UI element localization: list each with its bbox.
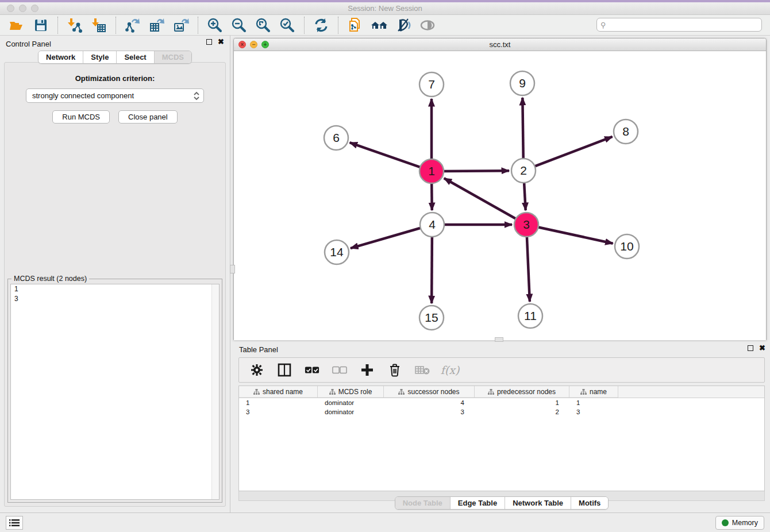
delete-table-icon[interactable] [415,363,430,377]
edge-4-14[interactable] [351,228,422,248]
node-11[interactable]: 11 [518,304,542,328]
open-file-icon[interactable] [8,17,25,34]
float-panel-icon[interactable] [206,39,212,45]
node-4[interactable]: 4 [420,213,444,237]
split-divider-handle-vertical[interactable] [230,265,235,273]
main-titlebar[interactable]: Session: New Session [0,2,770,15]
edge-3-10[interactable] [537,227,613,244]
home-network-icon[interactable] [371,17,388,34]
tab-motifs[interactable]: Motifs [571,497,608,509]
menu-list-button[interactable] [6,516,23,530]
close-panel-button[interactable]: Close panel [118,110,178,124]
select-all-checkboxes-icon[interactable] [305,363,319,377]
edge-4-15[interactable] [432,236,432,303]
export-table-icon[interactable] [148,17,165,34]
copy-network-icon[interactable] [346,17,364,34]
zoom-in-icon[interactable] [206,17,224,34]
search-input[interactable] [606,19,761,30]
edge-1-4[interactable] [432,182,432,210]
edge-2-3[interactable] [524,182,526,210]
tab-network-table[interactable]: Network Table [505,497,571,509]
split-divider-handle-horizontal[interactable] [495,337,503,342]
node-10[interactable]: 10 [615,234,639,259]
add-column-icon[interactable] [360,363,375,377]
column-header-name[interactable]: name [569,386,618,398]
node-2[interactable]: 2 [511,159,536,183]
memory-status-icon [722,519,729,526]
import-network-icon[interactable] [66,17,83,34]
table-header-row[interactable]: shared nameMCDS rolesuccessor nodesprede… [239,386,764,398]
network-window-titlebar[interactable]: × – + scc.txt [234,38,766,51]
window-title: Session: New Session [0,4,770,13]
table-cell[interactable]: 3 [239,408,318,415]
svg-text:11: 11 [524,309,537,322]
save-icon[interactable] [32,17,49,34]
edge-1-6[interactable] [350,142,421,167]
zoom-selected-icon[interactable] [279,17,296,34]
deselect-all-checkboxes-icon[interactable] [332,363,347,377]
graphics-details-icon[interactable] [395,17,412,34]
close-table-panel-icon[interactable]: ✖ [759,345,765,351]
svg-text:10: 10 [620,240,633,253]
tab-edge-table[interactable]: Edge Table [450,497,505,509]
table-cell[interactable]: 3 [569,408,618,415]
float-table-panel-icon[interactable] [748,345,753,351]
column-header-successor-nodes[interactable]: successor nodes [384,386,475,398]
table-cell[interactable]: dominator [318,408,384,415]
column-header-MCDS-role[interactable]: MCDS role [318,386,384,398]
table-cell[interactable]: 3 [384,408,475,415]
node-9[interactable]: 9 [510,71,534,95]
refresh-icon[interactable] [313,17,330,34]
node-6[interactable]: 6 [324,126,348,150]
control-panel: Control Panel ✖ NetworkStyleSelectMCDS O… [0,36,230,512]
column-header-predecessor-nodes[interactable]: predecessor nodes [475,386,569,398]
table-cell[interactable]: 2 [475,408,569,415]
node-14[interactable]: 14 [325,240,349,264]
run-mcds-button[interactable]: Run MCDS [52,110,110,124]
delete-column-icon[interactable] [387,363,402,377]
function-icon[interactable]: f(x) [442,363,457,377]
memory-button[interactable]: Memory [715,516,764,530]
node-15[interactable]: 15 [419,306,444,330]
table-cell[interactable]: 4 [384,399,475,406]
table-row[interactable]: 3dominator323 [239,407,764,417]
tab-mcds[interactable]: MCDS [154,51,191,63]
table-cell[interactable]: dominator [318,399,384,406]
import-table-icon[interactable] [90,17,107,34]
tab-node-table[interactable]: Node Table [395,497,450,509]
node-7[interactable]: 7 [419,72,444,97]
edge-3-11[interactable] [527,236,530,302]
table-cell[interactable]: 1 [475,399,569,406]
svg-text:3: 3 [523,218,530,231]
node-1[interactable]: 1 [419,159,444,183]
table-cell[interactable]: 1 [239,399,318,406]
tab-style[interactable]: Style [83,51,116,63]
column-header-shared-name[interactable]: shared name [239,386,318,398]
edge-2-8[interactable] [534,137,613,167]
settings-gear-icon[interactable] [249,363,264,377]
edge-1-2[interactable] [442,171,509,171]
node-8[interactable]: 8 [614,119,638,144]
search-field[interactable]: ⚲ [596,18,762,32]
tab-network[interactable]: Network [38,51,83,63]
node-3[interactable]: 3 [514,213,538,237]
node-table[interactable]: shared nameMCDS rolesuccessor nodesprede… [238,385,765,491]
zoom-fit-icon[interactable] [255,17,272,34]
export-network-icon[interactable] [124,17,141,34]
memory-label: Memory [732,519,758,527]
mcds-result-text[interactable]: 13 [10,284,220,500]
tab-select[interactable]: Select [116,51,153,63]
close-panel-icon[interactable]: ✖ [218,39,224,45]
optimization-criterion-select[interactable]: strongly connected component [26,88,204,103]
edge-2-9[interactable] [522,98,523,160]
zoom-out-icon[interactable] [230,17,248,34]
export-image-icon[interactable] [172,17,190,34]
network-canvas[interactable]: 7968124314101511 [234,51,766,340]
columns-icon[interactable] [277,363,292,377]
svg-text:15: 15 [425,311,438,324]
result-scrollbar[interactable] [211,284,219,499]
table-row[interactable]: 1dominator411 [239,398,764,407]
edge-3-1[interactable] [444,178,517,219]
table-cell[interactable]: 1 [569,399,618,406]
eye-icon[interactable] [419,17,436,34]
